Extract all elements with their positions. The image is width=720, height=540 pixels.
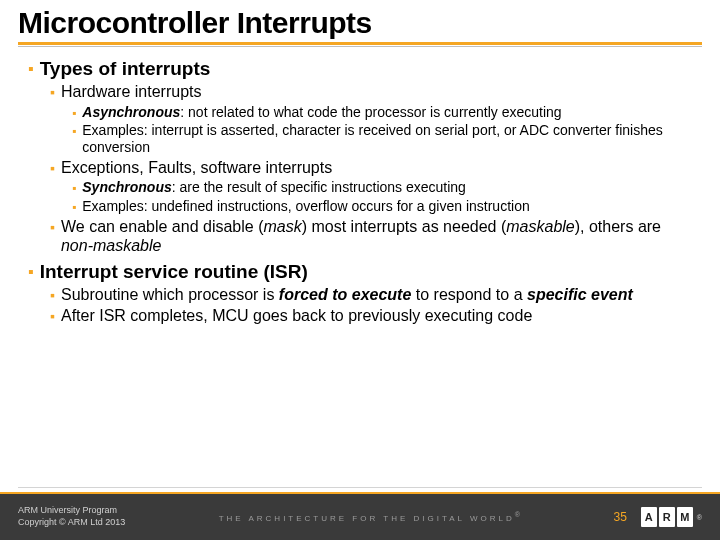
bullet-icon: ▪ [28,260,34,280]
term: mask [263,218,301,235]
footer-copyright: ARM University Program Copyright © ARM L… [18,505,125,528]
footer-tagline: THE ARCHITECTURE FOR THE DIGITAL WORLD® [125,511,613,523]
term: Asynchronous [82,104,180,120]
text: : are the result of specific instruction… [172,179,466,195]
term: forced to execute [279,286,411,303]
bullet-icon: ▪ [50,306,55,323]
registered-icon: ® [697,514,702,521]
text: to respond to a [411,286,527,303]
section-heading: ▪ Types of interrupts [28,57,692,80]
bullet-icon: ▪ [72,198,76,213]
arm-logo: A R M ® [641,507,702,527]
footer-line: ARM University Program [18,505,125,517]
bullet-icon: ▪ [72,122,76,137]
item-text: Examples: undefined instructions, overfl… [82,198,529,215]
item-text: Examples: interrupt is asserted, charact… [82,122,692,156]
bullet-icon: ▪ [28,57,34,77]
page-number: 35 [613,510,626,524]
logo-tile: R [659,507,675,527]
bullet-icon: ▪ [50,217,55,234]
logo-tile: M [677,507,693,527]
bullet-icon: ▪ [50,158,55,175]
term: maskable [506,218,574,235]
bullet-icon: ▪ [72,104,76,119]
term: non-maskable [61,237,162,254]
term: Synchronous [82,179,171,195]
list-item: ▪ Examples: undefined instructions, over… [72,198,692,215]
text: ), others are [575,218,661,235]
title-rule [18,42,702,45]
item-text: We can enable and disable (mask) most in… [61,217,692,256]
page-title: Microcontroller Interrupts [18,6,702,40]
list-item: ▪ Examples: interrupt is asserted, chara… [72,122,692,156]
title-block: Microcontroller Interrupts [0,0,720,47]
heading-text: Exceptions, Faults, software interrupts [61,158,332,178]
logo-tile: A [641,507,657,527]
bullet-icon: ▪ [72,179,76,194]
text: ) most interrupts as needed ( [302,218,507,235]
list-item: ▪ Synchronous: are the result of specifi… [72,179,692,196]
heading-text: Interrupt service routine (ISR) [40,260,308,283]
sub-heading: ▪ Exceptions, Faults, software interrupt… [50,158,692,178]
list-item: ▪ We can enable and disable (mask) most … [50,217,692,256]
registered-icon: ® [515,511,520,518]
item-text: Subroutine which processor is forced to … [61,285,633,305]
list-item: ▪ After ISR completes, MCU goes back to … [50,306,692,326]
footer: ARM University Program Copyright © ARM L… [0,492,720,540]
footer-line: Copyright © ARM Ltd 2013 [18,517,125,529]
tagline-text: THE ARCHITECTURE FOR THE DIGITAL WORLD [219,514,515,523]
text: We can enable and disable ( [61,218,264,235]
sub-heading: ▪ Hardware interrupts [50,82,692,102]
item-text: Asynchronous: not related to what code t… [82,104,561,121]
text: Subroutine which processor is [61,286,279,303]
section-heading: ▪ Interrupt service routine (ISR) [28,260,692,283]
term: specific event [527,286,633,303]
bullet-icon: ▪ [50,285,55,302]
list-item: ▪ Subroutine which processor is forced t… [50,285,692,305]
text: : not related to what code the processor… [180,104,561,120]
bullet-icon: ▪ [50,82,55,99]
footer-divider [18,487,702,488]
heading-text: Types of interrupts [40,57,211,80]
list-item: ▪ Asynchronous: not related to what code… [72,104,692,121]
item-text: Synchronous: are the result of specific … [82,179,466,196]
content: ▪ Types of interrupts ▪ Hardware interru… [0,47,720,326]
item-text: After ISR completes, MCU goes back to pr… [61,306,532,326]
heading-text: Hardware interrupts [61,82,202,102]
footer-right: 35 A R M ® [613,507,702,527]
